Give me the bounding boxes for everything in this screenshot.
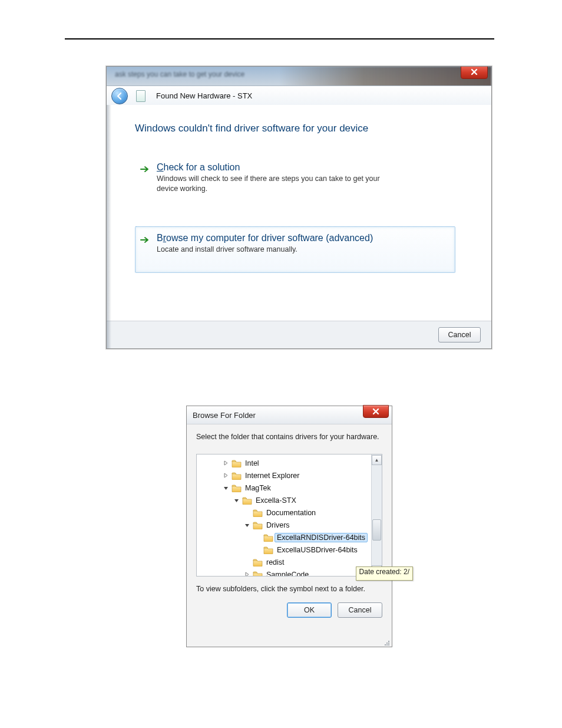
folder-icon (253, 509, 263, 517)
tree-row[interactable]: redist (197, 556, 382, 568)
tree-expander-closed-icon[interactable] (223, 472, 229, 479)
option-description: Locate and install driver software manua… (157, 245, 392, 255)
tree-item-label: Documentation (266, 509, 316, 517)
close-button[interactable] (461, 67, 488, 79)
ok-button[interactable]: OK (287, 602, 332, 618)
found-new-hardware-dialog: ask steps you can take to get your devic… (106, 66, 492, 349)
svg-rect-2 (388, 643, 389, 644)
tree-item-label: Excella-STX (255, 496, 297, 505)
dialog-title: Browse For Folder (193, 411, 256, 420)
tree-row[interactable]: Intel (197, 457, 382, 469)
dialog-button-row: OK Cancel (196, 602, 382, 618)
tree-row[interactable]: Excella-STX (197, 494, 382, 506)
tree-item-label: Intel (244, 459, 260, 467)
folder-icon (232, 472, 242, 480)
back-arrow-icon (115, 92, 124, 100)
option-description: Windows will check to see if there are s… (157, 174, 392, 194)
tree-scrollbar[interactable]: ▲ ▼ (371, 454, 382, 576)
tree-item-label: ExcellaUSBDriver-64bits (276, 546, 358, 554)
tree-item-label: Drivers (266, 521, 290, 529)
tree-expander-closed-icon[interactable] (244, 571, 250, 577)
scroll-thumb[interactable] (372, 519, 381, 541)
option-title: Browse my computer for driver software (… (157, 233, 445, 243)
folder-icon (253, 521, 263, 529)
dialog-body: Select the folder that contains drivers … (187, 424, 392, 624)
svg-rect-3 (385, 644, 386, 645)
dialog-instruction: Select the folder that contains drivers … (196, 433, 382, 441)
folder-icon (253, 571, 263, 577)
folder-icon (232, 484, 242, 492)
tree-item-label: Internet Explorer (244, 472, 300, 480)
dialog-titlebar: Browse For Folder (187, 406, 392, 424)
resize-grip[interactable] (384, 638, 391, 645)
cancel-button[interactable]: Cancel (438, 327, 481, 342)
folder-icon (263, 533, 273, 542)
folder-tree[interactable]: IntelInternet ExplorerMagTekExcella-STXD… (196, 454, 382, 577)
dialog-title: Found New Hardware - STX (156, 91, 252, 100)
dialog-heading: Windows couldn't find driver software fo… (135, 123, 463, 134)
aero-glass-titlebar: ask steps you can take to get your devic… (107, 67, 491, 105)
folder-icon (232, 459, 242, 467)
tree-row[interactable]: ExcellaUSBDriver-64bits (197, 543, 382, 556)
folder-icon (263, 546, 273, 554)
tree-expander-closed-icon[interactable] (223, 460, 229, 466)
left-edge-shadow (107, 105, 111, 348)
background-blur-text: ask steps you can take to get your devic… (115, 70, 244, 78)
close-icon (470, 68, 478, 76)
tree-item-label: SampleCode (266, 571, 309, 577)
tree-item-label: redist (266, 558, 285, 566)
tree-item-label: MagTek (244, 484, 272, 492)
page-icon (136, 90, 146, 102)
option-arrow-icon (140, 164, 150, 175)
close-button[interactable] (363, 405, 389, 418)
tree-item-label: ExcellaRNDISDriver-64bits (275, 533, 368, 542)
option-check-for-solution[interactable]: Check for a solution Windows will check … (135, 156, 455, 203)
tree-row[interactable]: SampleCode (197, 568, 382, 577)
option-arrow-icon (140, 235, 150, 246)
folder-icon (253, 558, 263, 566)
tree-expander-open-icon[interactable] (223, 485, 229, 491)
tree-row[interactable]: Drivers (197, 519, 382, 531)
option-browse-computer[interactable]: Browse my computer for driver software (… (135, 226, 455, 273)
tree-row[interactable]: Internet Explorer (197, 469, 382, 482)
close-icon (372, 407, 380, 416)
back-button[interactable] (111, 88, 128, 104)
svg-rect-5 (388, 644, 389, 645)
tree-row[interactable]: MagTek (197, 482, 382, 494)
date-created-tooltip: Date created: 2/ (356, 566, 413, 581)
dialog-hint: To view subfolders, click the symbol nex… (196, 585, 382, 593)
option-title: Check for a solution (157, 162, 445, 173)
tree-expander-open-icon[interactable] (244, 522, 250, 528)
tree-expander-open-icon[interactable] (233, 497, 240, 503)
dialog-footer: Cancel (107, 321, 491, 348)
svg-rect-0 (388, 641, 389, 642)
dialog-body: Windows couldn't find driver software fo… (107, 105, 491, 321)
nav-header-row: Found New Hardware - STX (107, 85, 491, 105)
svg-rect-1 (386, 643, 388, 644)
tree-row[interactable]: Documentation (197, 506, 382, 519)
svg-rect-4 (386, 644, 388, 645)
scroll-up-button[interactable]: ▲ (372, 455, 382, 465)
cancel-button[interactable]: Cancel (338, 602, 382, 618)
folder-icon (242, 496, 252, 505)
document-horizontal-rule (65, 38, 494, 39)
browse-for-folder-dialog: Browse For Folder Select the folder that… (186, 406, 392, 647)
tree-row[interactable]: ExcellaRNDISDriver-64bits (197, 531, 382, 543)
